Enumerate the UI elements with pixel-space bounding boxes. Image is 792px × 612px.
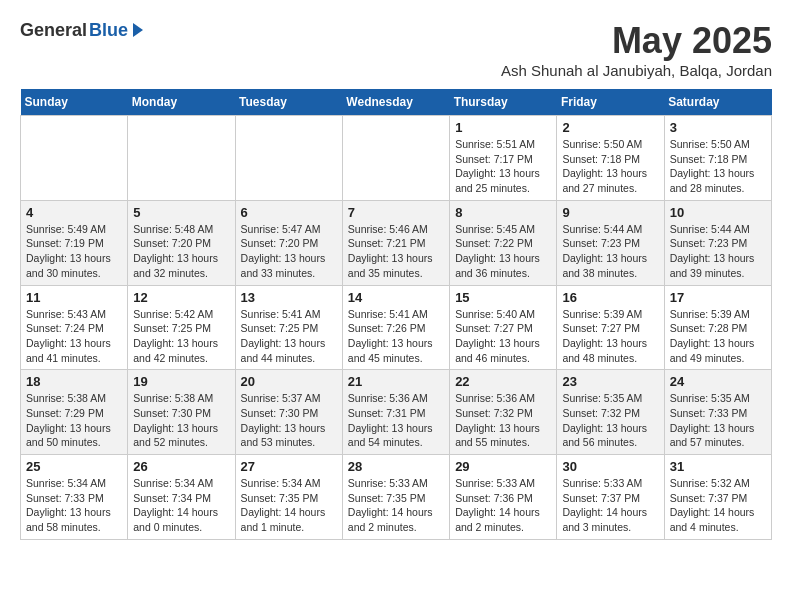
- day-info: Sunrise: 5:47 AMSunset: 7:20 PMDaylight:…: [241, 222, 337, 281]
- day-info: Sunrise: 5:44 AMSunset: 7:23 PMDaylight:…: [670, 222, 766, 281]
- day-number: 4: [26, 205, 122, 220]
- header-sunday: Sunday: [21, 89, 128, 116]
- day-info: Sunrise: 5:44 AMSunset: 7:23 PMDaylight:…: [562, 222, 658, 281]
- day-number: 1: [455, 120, 551, 135]
- day-info: Sunrise: 5:46 AMSunset: 7:21 PMDaylight:…: [348, 222, 444, 281]
- day-number: 17: [670, 290, 766, 305]
- day-cell: 19Sunrise: 5:38 AMSunset: 7:30 PMDayligh…: [128, 370, 235, 455]
- header-monday: Monday: [128, 89, 235, 116]
- day-number: 23: [562, 374, 658, 389]
- day-info: Sunrise: 5:33 AMSunset: 7:36 PMDaylight:…: [455, 476, 551, 535]
- day-info: Sunrise: 5:48 AMSunset: 7:20 PMDaylight:…: [133, 222, 229, 281]
- day-number: 12: [133, 290, 229, 305]
- day-info: Sunrise: 5:51 AMSunset: 7:17 PMDaylight:…: [455, 137, 551, 196]
- day-info: Sunrise: 5:34 AMSunset: 7:34 PMDaylight:…: [133, 476, 229, 535]
- day-info: Sunrise: 5:35 AMSunset: 7:33 PMDaylight:…: [670, 391, 766, 450]
- header-tuesday: Tuesday: [235, 89, 342, 116]
- day-number: 15: [455, 290, 551, 305]
- day-cell: [128, 116, 235, 201]
- day-number: 21: [348, 374, 444, 389]
- day-number: 22: [455, 374, 551, 389]
- month-title: May 2025: [501, 20, 772, 62]
- day-cell: 4Sunrise: 5:49 AMSunset: 7:19 PMDaylight…: [21, 200, 128, 285]
- day-info: Sunrise: 5:40 AMSunset: 7:27 PMDaylight:…: [455, 307, 551, 366]
- day-number: 26: [133, 459, 229, 474]
- day-info: Sunrise: 5:41 AMSunset: 7:25 PMDaylight:…: [241, 307, 337, 366]
- title-section: May 2025 Ash Shunah al Janubiyah, Balqa,…: [501, 20, 772, 79]
- day-info: Sunrise: 5:33 AMSunset: 7:37 PMDaylight:…: [562, 476, 658, 535]
- header-row: SundayMondayTuesdayWednesdayThursdayFrid…: [21, 89, 772, 116]
- day-cell: 2Sunrise: 5:50 AMSunset: 7:18 PMDaylight…: [557, 116, 664, 201]
- day-info: Sunrise: 5:38 AMSunset: 7:29 PMDaylight:…: [26, 391, 122, 450]
- day-number: 9: [562, 205, 658, 220]
- week-row-2: 4Sunrise: 5:49 AMSunset: 7:19 PMDaylight…: [21, 200, 772, 285]
- day-cell: 7Sunrise: 5:46 AMSunset: 7:21 PMDaylight…: [342, 200, 449, 285]
- day-number: 13: [241, 290, 337, 305]
- day-number: 27: [241, 459, 337, 474]
- header-wednesday: Wednesday: [342, 89, 449, 116]
- day-info: Sunrise: 5:33 AMSunset: 7:35 PMDaylight:…: [348, 476, 444, 535]
- location-text: Ash Shunah al Janubiyah, Balqa, Jordan: [501, 62, 772, 79]
- day-number: 28: [348, 459, 444, 474]
- header-thursday: Thursday: [450, 89, 557, 116]
- day-cell: 14Sunrise: 5:41 AMSunset: 7:26 PMDayligh…: [342, 285, 449, 370]
- day-number: 19: [133, 374, 229, 389]
- day-cell: 5Sunrise: 5:48 AMSunset: 7:20 PMDaylight…: [128, 200, 235, 285]
- day-info: Sunrise: 5:50 AMSunset: 7:18 PMDaylight:…: [670, 137, 766, 196]
- day-number: 31: [670, 459, 766, 474]
- day-info: Sunrise: 5:41 AMSunset: 7:26 PMDaylight:…: [348, 307, 444, 366]
- day-info: Sunrise: 5:39 AMSunset: 7:27 PMDaylight:…: [562, 307, 658, 366]
- day-info: Sunrise: 5:42 AMSunset: 7:25 PMDaylight:…: [133, 307, 229, 366]
- day-info: Sunrise: 5:34 AMSunset: 7:33 PMDaylight:…: [26, 476, 122, 535]
- day-number: 8: [455, 205, 551, 220]
- day-cell: 18Sunrise: 5:38 AMSunset: 7:29 PMDayligh…: [21, 370, 128, 455]
- week-row-5: 25Sunrise: 5:34 AMSunset: 7:33 PMDayligh…: [21, 455, 772, 540]
- day-info: Sunrise: 5:50 AMSunset: 7:18 PMDaylight:…: [562, 137, 658, 196]
- day-info: Sunrise: 5:35 AMSunset: 7:32 PMDaylight:…: [562, 391, 658, 450]
- page-header: General Blue May 2025 Ash Shunah al Janu…: [20, 20, 772, 79]
- day-cell: 30Sunrise: 5:33 AMSunset: 7:37 PMDayligh…: [557, 455, 664, 540]
- day-info: Sunrise: 5:36 AMSunset: 7:31 PMDaylight:…: [348, 391, 444, 450]
- day-cell: 29Sunrise: 5:33 AMSunset: 7:36 PMDayligh…: [450, 455, 557, 540]
- day-number: 6: [241, 205, 337, 220]
- day-number: 10: [670, 205, 766, 220]
- day-number: 16: [562, 290, 658, 305]
- day-cell: 17Sunrise: 5:39 AMSunset: 7:28 PMDayligh…: [664, 285, 771, 370]
- day-cell: [342, 116, 449, 201]
- day-cell: 6Sunrise: 5:47 AMSunset: 7:20 PMDaylight…: [235, 200, 342, 285]
- day-number: 5: [133, 205, 229, 220]
- day-number: 7: [348, 205, 444, 220]
- day-cell: 24Sunrise: 5:35 AMSunset: 7:33 PMDayligh…: [664, 370, 771, 455]
- week-row-1: 1Sunrise: 5:51 AMSunset: 7:17 PMDaylight…: [21, 116, 772, 201]
- day-cell: 23Sunrise: 5:35 AMSunset: 7:32 PMDayligh…: [557, 370, 664, 455]
- day-info: Sunrise: 5:37 AMSunset: 7:30 PMDaylight:…: [241, 391, 337, 450]
- week-row-3: 11Sunrise: 5:43 AMSunset: 7:24 PMDayligh…: [21, 285, 772, 370]
- day-cell: 13Sunrise: 5:41 AMSunset: 7:25 PMDayligh…: [235, 285, 342, 370]
- day-info: Sunrise: 5:43 AMSunset: 7:24 PMDaylight:…: [26, 307, 122, 366]
- day-cell: 11Sunrise: 5:43 AMSunset: 7:24 PMDayligh…: [21, 285, 128, 370]
- day-info: Sunrise: 5:45 AMSunset: 7:22 PMDaylight:…: [455, 222, 551, 281]
- day-info: Sunrise: 5:36 AMSunset: 7:32 PMDaylight:…: [455, 391, 551, 450]
- header-friday: Friday: [557, 89, 664, 116]
- day-cell: 21Sunrise: 5:36 AMSunset: 7:31 PMDayligh…: [342, 370, 449, 455]
- day-cell: 25Sunrise: 5:34 AMSunset: 7:33 PMDayligh…: [21, 455, 128, 540]
- day-number: 25: [26, 459, 122, 474]
- logo: General Blue: [20, 20, 143, 41]
- day-cell: 15Sunrise: 5:40 AMSunset: 7:27 PMDayligh…: [450, 285, 557, 370]
- calendar-table: SundayMondayTuesdayWednesdayThursdayFrid…: [20, 89, 772, 540]
- day-number: 30: [562, 459, 658, 474]
- day-number: 24: [670, 374, 766, 389]
- day-cell: 26Sunrise: 5:34 AMSunset: 7:34 PMDayligh…: [128, 455, 235, 540]
- day-info: Sunrise: 5:32 AMSunset: 7:37 PMDaylight:…: [670, 476, 766, 535]
- day-cell: 20Sunrise: 5:37 AMSunset: 7:30 PMDayligh…: [235, 370, 342, 455]
- day-cell: 3Sunrise: 5:50 AMSunset: 7:18 PMDaylight…: [664, 116, 771, 201]
- logo-arrow-icon: [133, 23, 143, 37]
- day-number: 11: [26, 290, 122, 305]
- day-info: Sunrise: 5:34 AMSunset: 7:35 PMDaylight:…: [241, 476, 337, 535]
- day-number: 18: [26, 374, 122, 389]
- day-cell: 10Sunrise: 5:44 AMSunset: 7:23 PMDayligh…: [664, 200, 771, 285]
- day-cell: 27Sunrise: 5:34 AMSunset: 7:35 PMDayligh…: [235, 455, 342, 540]
- logo-general-text: General: [20, 20, 87, 41]
- day-cell: 1Sunrise: 5:51 AMSunset: 7:17 PMDaylight…: [450, 116, 557, 201]
- day-number: 14: [348, 290, 444, 305]
